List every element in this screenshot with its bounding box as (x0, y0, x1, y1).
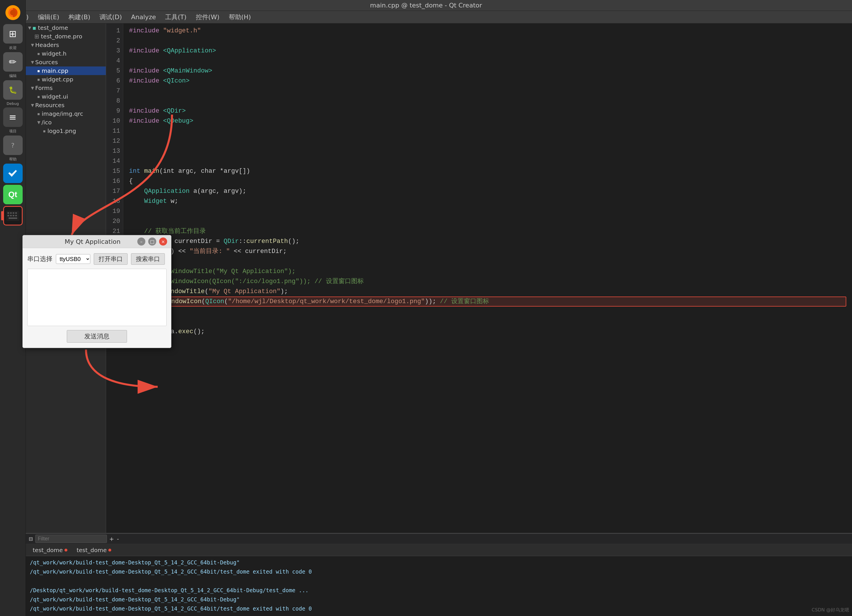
file-icon: ▪ (37, 77, 40, 82)
code-line-27: w.setWindowTitle("My Qt Application"); (129, 286, 846, 297)
tree-img-qrc[interactable]: ▪ image/img.qrc (26, 110, 106, 118)
output-area: /qt_work/work/build-test_dome-Desktop_Qt… (26, 556, 852, 615)
svg-rect-8 (15, 212, 17, 214)
menu-controls[interactable]: 控件(W) (192, 12, 224, 23)
code-line-4 (129, 56, 846, 66)
svg-rect-10 (10, 215, 12, 216)
qt-icon: Qt (8, 190, 17, 199)
file-icon: ▪ (37, 68, 40, 73)
tree-sources[interactable]: ▼ Sources (26, 58, 106, 66)
open-serial-button[interactable]: 打开串口 (94, 253, 128, 265)
filter-icon: ⊟ (29, 536, 33, 542)
widget-h-label: widget.h (42, 50, 66, 57)
code-line-8 (129, 96, 846, 106)
tree-ico-folder[interactable]: ▼ /ico (26, 118, 106, 127)
filter-input[interactable] (35, 535, 107, 543)
code-line-7 (129, 86, 846, 96)
code-editor[interactable]: 1234567891011121314151617181920212223242… (106, 24, 852, 616)
project-icon: ≡ (9, 112, 17, 123)
svg-rect-5 (8, 212, 9, 214)
plus-button[interactable]: + (109, 536, 114, 542)
taskbar-project[interactable]: ≡ (3, 107, 23, 127)
code-line-26: // w.setWindowIcon(QIcon(":/ico/logo1.pn… (129, 277, 846, 286)
dialog-maximize-button[interactable]: □ (148, 238, 156, 245)
tree-widget-cpp[interactable]: ▪ widget.cpp (26, 75, 106, 84)
code-line-10: #include <QDebug> (129, 116, 846, 126)
filter-bar: ⊟ + - (26, 534, 852, 544)
dialog-content: 串口选择 ttyUSB0 打开串口 搜索串口 发送消息 (23, 248, 171, 348)
code-line-31: return a.exec(); (129, 327, 846, 337)
menu-analyze[interactable]: Analyze (127, 12, 160, 22)
code-line-19 (129, 206, 846, 216)
tree-pro-file[interactable]: ⊞ test_dome.pro (26, 32, 106, 41)
send-button[interactable]: 发送消息 (67, 330, 127, 343)
sources-label: Sources (35, 59, 58, 66)
bottom-tab-2[interactable]: test_dome (73, 545, 115, 555)
taskbar-qt[interactable]: Qt (3, 185, 23, 204)
red-indicator (1, 211, 4, 220)
output-line (30, 577, 848, 586)
code-line-12 (129, 136, 846, 146)
svg-rect-7 (13, 212, 14, 214)
menu-tools[interactable]: 工具(T) (161, 12, 190, 23)
taskbar-keyboard[interactable] (3, 206, 23, 226)
taskbar-edit[interactable]: ✏ (3, 52, 23, 72)
code-line-14 (129, 156, 846, 166)
file-icon: ⊞ (35, 33, 39, 40)
code-line-11 (129, 126, 846, 136)
window-title: main.cpp @ test_dome - Qt Creator (370, 2, 482, 9)
message-area[interactable] (27, 269, 166, 326)
dialog-controls: – □ × (136, 238, 167, 245)
output-line: /Desktop/qt_work/work/build-test_dome-De… (30, 586, 848, 595)
tree-root[interactable]: ▼ ▪ test_dome (26, 24, 106, 32)
code-line-18: Widget w; (129, 196, 846, 206)
code-line-15: int main(int argc, char *argv[]) (129, 166, 846, 176)
menu-build[interactable]: 构建(B) (65, 12, 94, 23)
logo1-label: logo1.png (48, 128, 76, 134)
tree-logo1[interactable]: ▪ logo1.png (26, 127, 106, 135)
code-area: 1234567891011121314151617181920212223242… (106, 24, 852, 349)
widget-ui-label: widget.ui (42, 93, 68, 100)
serial-row: 串口选择 ttyUSB0 打开串口 搜索串口 (27, 253, 166, 265)
dialog-minimize-button[interactable]: – (137, 238, 145, 245)
code-line-29: show(); (129, 307, 846, 316)
taskbar-debug-label: Debug (7, 101, 19, 106)
edit-icon: ✏ (9, 56, 17, 67)
arrow-icon: ▼ (37, 120, 41, 125)
bottom-tab-1[interactable]: test_dome (29, 545, 71, 555)
tree-widget-h[interactable]: ▪ widget.h (26, 49, 106, 58)
code-line-13 (129, 146, 846, 156)
tab-dot-1 (65, 549, 67, 551)
file-icon: ▪ (43, 129, 46, 133)
code-line-22: QString currentDir = QDir::currentPath()… (129, 236, 846, 246)
taskbar-firefox[interactable] (3, 3, 23, 23)
tree-forms[interactable]: ▼ Forms (26, 84, 106, 92)
tree-resources[interactable]: ▼ Resources (26, 101, 106, 110)
menu-help[interactable]: 帮助(H) (225, 12, 255, 23)
tree-headers[interactable]: ▼ Headers (26, 41, 106, 49)
pro-file-label: test_dome.pro (41, 33, 82, 40)
code-line-1: #include "widget.h" (129, 26, 846, 36)
taskbar-vscode[interactable] (3, 164, 23, 183)
widget-cpp-label: widget.cpp (42, 76, 73, 83)
dialog-window: My Qt Application – □ × 串口选择 ttyUSB0 打开串… (23, 235, 171, 348)
title-bar: main.cpp @ test_dome - Qt Creator (0, 0, 852, 11)
taskbar-help-label: 帮助 (9, 157, 17, 162)
tree-widget-ui[interactable]: ▪ widget.ui (26, 92, 106, 101)
tree-main-cpp[interactable]: ▪ main.cpp (26, 66, 106, 75)
taskbar-welcome[interactable]: ⊞ (3, 24, 23, 44)
search-serial-button[interactable]: 搜索串口 (131, 253, 165, 265)
serial-select[interactable]: ttyUSB0 (56, 254, 90, 264)
minus-button[interactable]: - (117, 536, 119, 542)
menu-edit[interactable]: 编辑(E) (34, 12, 63, 23)
forms-label: Forms (35, 84, 53, 91)
tab-label-1: test_dome (33, 547, 63, 554)
file-icon: ▪ (37, 94, 40, 99)
dialog-close-button[interactable]: × (159, 238, 167, 245)
taskbar-help[interactable]: ? (3, 136, 23, 155)
menu-debug[interactable]: 调试(D) (95, 12, 126, 23)
taskbar-debug[interactable]: 🐛 (3, 80, 23, 100)
main-cpp-label: main.cpp (42, 67, 68, 74)
code-line-21: // 获取当前工作目录 (129, 226, 846, 236)
code-line-32: } (129, 337, 846, 347)
